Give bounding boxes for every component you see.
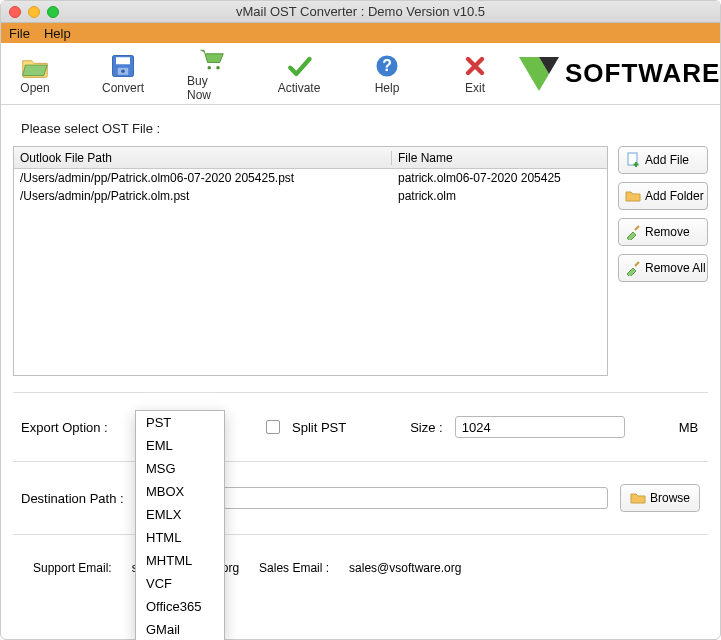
option-office365[interactable]: Office365 xyxy=(136,595,224,618)
titlebar: vMail OST Converter : Demo Version v10.5 xyxy=(1,1,720,23)
menubar: File Help xyxy=(1,23,720,43)
folder-open-small-icon xyxy=(630,490,646,506)
help-button[interactable]: ? Help xyxy=(363,53,411,95)
brand-logo: SOFTWARE xyxy=(519,57,720,91)
broom-icon xyxy=(625,224,641,240)
export-option-label: Export Option : xyxy=(21,420,126,435)
svg-rect-1 xyxy=(116,57,130,64)
add-file-label: Add File xyxy=(645,153,689,167)
exit-label: Exit xyxy=(465,81,485,95)
table-row[interactable]: /Users/admin/pp/Patrick.olm06-07-2020 20… xyxy=(14,169,607,187)
add-file-button[interactable]: Add File xyxy=(618,146,708,174)
sales-email-label: Sales Email : xyxy=(259,561,329,575)
cell-name: patrick.olm xyxy=(392,189,607,203)
split-pst-label: Split PST xyxy=(292,420,346,435)
select-file-prompt: Please select OST File : xyxy=(13,115,708,146)
menu-file[interactable]: File xyxy=(9,26,30,41)
folder-open-icon xyxy=(21,53,49,79)
file-table: Outlook File Path File Name /Users/admin… xyxy=(13,146,608,376)
x-icon xyxy=(461,53,489,79)
remove-all-label: Remove All xyxy=(645,261,706,275)
add-folder-button[interactable]: Add Folder xyxy=(618,182,708,210)
add-folder-label: Add Folder xyxy=(645,189,704,203)
destination-path-label: Destination Path : xyxy=(21,491,136,506)
open-button[interactable]: Open xyxy=(11,53,59,95)
brand-text: SOFTWARE xyxy=(565,58,720,89)
v-logo-icon xyxy=(519,57,559,91)
split-pst-checkbox[interactable] xyxy=(266,420,280,434)
option-html[interactable]: HTML xyxy=(136,526,224,549)
sales-email-value: sales@vsoftware.org xyxy=(349,561,461,575)
open-label: Open xyxy=(20,81,49,95)
option-eml[interactable]: EML xyxy=(136,434,224,457)
activate-button[interactable]: Activate xyxy=(275,53,323,95)
separator xyxy=(13,392,708,393)
browse-label: Browse xyxy=(650,491,690,505)
save-icon xyxy=(109,53,137,79)
option-mbox[interactable]: MBOX xyxy=(136,480,224,503)
support-email-label: Support Email: xyxy=(33,561,112,575)
option-mhtml[interactable]: MHTML xyxy=(136,549,224,572)
cart-icon xyxy=(197,46,225,72)
size-value: 1024 xyxy=(462,420,491,435)
table-row[interactable]: /Users/admin/pp/Patrick.olm.pst patrick.… xyxy=(14,187,607,205)
cell-path: /Users/admin/pp/Patrick.olm.pst xyxy=(14,189,392,203)
file-add-icon xyxy=(625,152,641,168)
export-option-select[interactable]: PST EML MSG MBOX EMLX HTML MHTML VCF Off… xyxy=(138,415,212,439)
exit-button[interactable]: Exit xyxy=(451,53,499,95)
option-msg[interactable]: MSG xyxy=(136,457,224,480)
svg-point-4 xyxy=(208,66,212,70)
browse-button[interactable]: Browse xyxy=(620,484,700,512)
remove-label: Remove xyxy=(645,225,690,239)
option-pst[interactable]: PST xyxy=(136,411,224,434)
help-label: Help xyxy=(375,81,400,95)
export-option-dropdown: PST EML MSG MBOX EMLX HTML MHTML VCF Off… xyxy=(135,410,225,640)
option-vcf[interactable]: VCF xyxy=(136,572,224,595)
column-header-path[interactable]: Outlook File Path xyxy=(14,151,392,165)
remove-button[interactable]: Remove xyxy=(618,218,708,246)
separator xyxy=(13,534,708,535)
toolbar: Open Convert Buy Now Activate ? Help Exi… xyxy=(1,43,720,105)
cell-name: patrick.olm06-07-2020 205425 xyxy=(392,171,607,185)
option-emlx[interactable]: EMLX xyxy=(136,503,224,526)
svg-point-5 xyxy=(216,66,220,70)
folder-icon xyxy=(625,188,641,204)
svg-text:?: ? xyxy=(382,57,392,74)
buy-now-label: Buy Now xyxy=(187,74,235,102)
column-header-filename[interactable]: File Name xyxy=(392,151,607,165)
convert-button[interactable]: Convert xyxy=(99,53,147,95)
separator xyxy=(13,461,708,462)
svg-point-3 xyxy=(121,69,125,73)
size-label: Size : xyxy=(410,420,443,435)
window-title: vMail OST Converter : Demo Version v10.5 xyxy=(1,4,720,19)
cell-path: /Users/admin/pp/Patrick.olm06-07-2020 20… xyxy=(14,171,392,185)
buy-now-button[interactable]: Buy Now xyxy=(187,46,235,102)
remove-all-button[interactable]: Remove All xyxy=(618,254,708,282)
activate-label: Activate xyxy=(278,81,321,95)
size-input[interactable]: 1024 xyxy=(455,416,625,438)
question-icon: ? xyxy=(373,53,401,79)
menu-help[interactable]: Help xyxy=(44,26,71,41)
convert-label: Convert xyxy=(102,81,144,95)
broom-all-icon xyxy=(625,260,641,276)
size-unit: MB xyxy=(679,420,699,435)
option-gmail[interactable]: GMail xyxy=(136,618,224,640)
check-icon xyxy=(285,53,313,79)
